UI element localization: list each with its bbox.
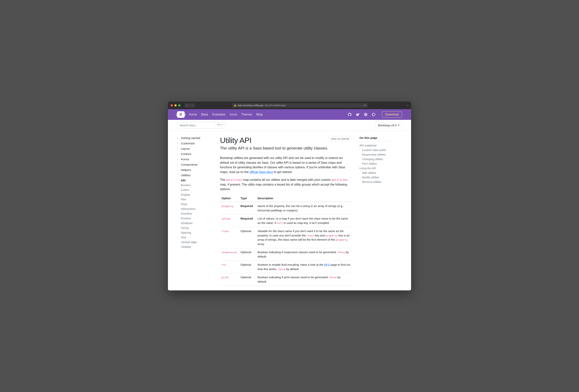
chevron-right-icon: › — [177, 158, 180, 161]
sidebar-item-position[interactable]: Position — [177, 216, 215, 221]
url-host: twbs-bootstrap.netlify.app — [238, 104, 264, 107]
chevron-right-icon: › — [177, 142, 180, 145]
toc-link[interactable]: Print utilities — [360, 161, 394, 166]
table-row: propertyRequiredName of the property, th… — [220, 202, 352, 215]
sidebar-group-layout[interactable]: ›Layout — [177, 146, 215, 151]
twitter-icon[interactable] — [356, 113, 360, 116]
table-row: valuesRequiredList of values, or a map i… — [220, 215, 352, 227]
version-label: Bootstrap v5.0 — [378, 124, 396, 127]
lock-icon: 🔒 — [234, 104, 236, 107]
toc: On this page API explainedCustom class p… — [360, 131, 401, 291]
sass-docs-link[interactable]: official Sass docs — [250, 170, 273, 174]
table-header: Option — [220, 195, 239, 202]
lead-text: The utility API is a Sass based tool to … — [220, 146, 352, 150]
content: Utility API View on GitHub The utility A… — [217, 131, 360, 291]
sidebar-group-helpers[interactable]: ›Helpers — [177, 167, 215, 173]
sidebar-group-forms[interactable]: ›Forms — [177, 157, 215, 162]
nav-link-blog[interactable]: Blog — [256, 113, 262, 116]
version-select[interactable]: Bootstrap v5.0 — [375, 122, 402, 129]
sidebar-item-interactions[interactable]: Interactions — [177, 206, 215, 211]
bootstrap-logo-icon[interactable]: B — [177, 111, 185, 118]
opencollective-icon[interactable] — [372, 113, 375, 116]
back-button[interactable]: ‹ — [185, 103, 190, 108]
close-icon[interactable] — [171, 104, 173, 107]
sidebar-item-shadows[interactable]: Shadows — [177, 221, 215, 225]
toc-link[interactable]: Using the API — [360, 166, 394, 171]
toc-link[interactable]: API explained — [360, 143, 394, 148]
chevron-right-icon: › — [177, 136, 180, 139]
table-row: responsiveOptionalBoolean indicating if … — [220, 248, 352, 261]
table-row: rfsOptionalBoolean to enable fluid resca… — [220, 261, 352, 273]
search-box: Ctrl + / — [177, 122, 226, 129]
nav-link-home[interactable]: Home — [189, 113, 197, 116]
sidebar: ›Getting started›Customize›Layout›Conten… — [168, 131, 217, 291]
new-tab-button[interactable]: + — [407, 104, 408, 107]
sidebar-item-spacing[interactable]: Spacing — [177, 230, 215, 235]
sidebar-item-overflow[interactable]: Overflow — [177, 211, 215, 216]
sidebar-item-colors[interactable]: Colors — [177, 188, 215, 192]
chevron-down-icon — [398, 125, 399, 126]
chevron-right-icon: › — [177, 163, 180, 166]
sidebar-item-borders[interactable]: Borders — [177, 183, 215, 188]
sub-bar: Ctrl + / Bootstrap v5.0 — [168, 120, 411, 131]
nav-link-docs[interactable]: Docs — [201, 113, 208, 116]
toc-link[interactable]: Custom class prefix — [360, 148, 394, 152]
sidebar-item-vertical-align[interactable]: Vertical align — [177, 240, 215, 244]
chevron-right-icon: › — [177, 168, 180, 171]
table-header: Description — [256, 195, 352, 202]
nav-link-icons[interactable]: Icons — [230, 113, 237, 116]
sidebar-item-api[interactable]: API — [177, 178, 215, 183]
toc-title: On this page — [360, 136, 394, 141]
chevron-right-icon: › — [177, 147, 180, 150]
titlebar: ‹ › 🔒 twbs-bootstrap.netlify.app/docs/5.… — [168, 102, 411, 109]
sidebar-item-display[interactable]: Display — [177, 192, 215, 197]
slack-icon[interactable] — [364, 113, 367, 116]
nav-links: HomeDocsExamplesIconsThemesBlog — [189, 113, 262, 116]
table-header: Type — [239, 195, 256, 202]
toc-link[interactable]: Add utilities — [360, 171, 394, 175]
nav-link-themes[interactable]: Themes — [241, 113, 252, 116]
sidebar-group-getting-started[interactable]: ›Getting started — [177, 135, 215, 141]
github-icon[interactable] — [348, 113, 352, 116]
window-controls — [171, 104, 180, 107]
search-shortcut: Ctrl + / — [216, 123, 224, 126]
sidebar-item-visibility[interactable]: Visibility — [177, 244, 215, 249]
sidebar-item-float[interactable]: Float — [177, 202, 215, 206]
minimize-icon[interactable] — [174, 104, 177, 107]
sidebar-group-utilities[interactable]: ›Utilities — [177, 173, 215, 178]
chevron-down-icon: › — [177, 174, 180, 177]
address-bar[interactable]: 🔒 twbs-bootstrap.netlify.app/docs/5.0/ut… — [232, 103, 368, 108]
intro-para-2: The $utilities map contains all our util… — [220, 178, 352, 192]
sidebar-group-components[interactable]: ›Components — [177, 162, 215, 167]
table-row: classOptionalVariable for the class name… — [220, 227, 352, 248]
url-path: /docs/5.0/utilities/api/ — [265, 104, 286, 107]
top-nav: B HomeDocsExamplesIconsThemesBlog Downlo… — [168, 109, 411, 120]
sidebar-item-text[interactable]: Text — [177, 235, 215, 240]
options-table: OptionTypeDescription propertyRequiredNa… — [220, 195, 352, 286]
nav-arrows: ‹ › — [185, 103, 195, 108]
sidebar-group-customize[interactable]: ›Customize — [177, 141, 215, 146]
page-title: Utility API — [220, 136, 252, 145]
toc-link[interactable]: Modify utilities — [360, 175, 394, 180]
chevron-right-icon: › — [177, 152, 180, 155]
sidebar-item-flex[interactable]: Flex — [177, 197, 215, 202]
rfs-link[interactable]: RFS — [324, 263, 330, 266]
main-layout: ›Getting started›Customize›Layout›Conten… — [168, 131, 411, 291]
toc-link[interactable]: Remove utilities — [360, 180, 394, 184]
download-button[interactable]: Download — [382, 111, 402, 118]
intro-para-1: Bootstrap utilities are generated with o… — [220, 156, 352, 175]
reload-icon[interactable]: ⟳ — [364, 104, 366, 107]
sidebar-item-sizing[interactable]: Sizing — [177, 225, 215, 230]
toc-link[interactable]: Changing utilities — [360, 157, 394, 161]
maximize-icon[interactable] — [178, 104, 180, 107]
sidebar-group-content[interactable]: ›Content — [177, 151, 215, 157]
forward-button: › — [190, 103, 195, 108]
browser-window: ‹ › 🔒 twbs-bootstrap.netlify.app/docs/5.… — [168, 102, 411, 291]
github-view-button[interactable]: View on GitHub — [328, 136, 352, 141]
table-row: printOptionalBoolean indicating if print… — [220, 273, 352, 286]
nav-link-examples[interactable]: Examples — [212, 113, 225, 116]
toc-link[interactable]: Responsive utilities — [360, 152, 394, 157]
